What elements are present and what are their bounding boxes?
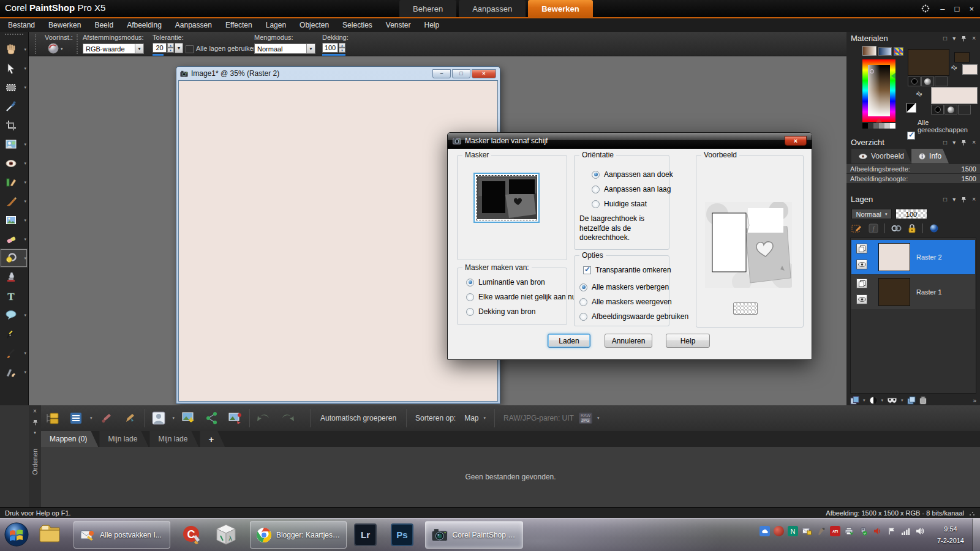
close-icon[interactable]: × [972,139,976,146]
chevron-down-icon[interactable]: ▾ [952,35,956,42]
share-icon[interactable] [203,409,221,427]
close-icon[interactable]: × [785,136,807,146]
preset-dropdown-icon[interactable]: ▾ [61,47,63,51]
pattern-tab[interactable] [894,47,903,56]
workspace-dots-icon[interactable] [921,4,930,13]
visibility-eye-icon[interactable] [856,294,867,304]
palette-grip[interactable] [5,34,23,39]
makeover-tool[interactable]: ▾ [0,173,28,192]
pan-tool[interactable]: ▾ [0,40,28,59]
vector-brush-tool[interactable]: ▾ [0,343,28,362]
menu-afbeelding[interactable]: Afbeelding [120,18,168,32]
crop-tool[interactable] [0,116,28,135]
layer-blend-select[interactable]: Normaal▾ [851,209,892,219]
background-eraser-tool[interactable]: ▾ [0,249,28,268]
edit-pencil-icon[interactable] [97,409,116,427]
swap-colors-icon[interactable]: ⇄ [949,63,959,73]
close-icon[interactable]: × [969,4,974,13]
delete-layer-icon[interactable] [919,396,927,405]
overflow-chevrons[interactable]: » [973,397,976,404]
close-icon[interactable]: × [472,69,496,78]
tab-beheren[interactable]: Beheren [399,0,456,17]
maximize-icon[interactable]: □ [955,4,960,13]
opacity-input[interactable]: 100 [322,43,338,53]
image-window-titlebar[interactable]: Image1* @ 35% (Raster 2) – □ × [176,67,500,80]
menu-beeld[interactable]: Beeld [88,18,120,32]
add-tray-tab[interactable]: + [200,431,225,447]
layer-row-raster2[interactable]: Raster 2 [851,240,975,274]
mini-fg-swatch[interactable] [954,52,970,62]
edit-selection-icon[interactable] [851,223,862,233]
pen-tool[interactable] [0,324,28,343]
notes-app-icon[interactable]: N [788,526,798,536]
cloud-app-icon[interactable] [760,526,770,536]
blue-sphere-icon[interactable] [929,223,939,233]
photoshop-icon[interactable]: Ps [391,523,413,546]
match-mode-select[interactable]: RGB-waarde▾ [83,43,144,54]
effects-icon[interactable]: f [869,223,878,233]
chevron-down-icon[interactable]: ▾ [952,139,956,146]
chevron-down-icon[interactable]: ▾ [597,416,600,421]
color-tab[interactable] [862,46,876,56]
text-tool[interactable]: T [0,287,28,305]
gradient-tab[interactable] [878,47,892,56]
mask-icon[interactable] [887,397,897,403]
bg-gradient-button[interactable] [944,105,957,114]
option-nonzero[interactable]: Elke waarde niet gelijk aan nul [466,293,567,301]
duplicate-layer-icon[interactable] [907,396,916,405]
audio-app-icon[interactable] [872,526,883,536]
tolerance-spinner[interactable]: ▲▼ [167,43,174,53]
people-tag-icon[interactable] [149,409,168,427]
menu-effecten[interactable]: Effecten [219,18,259,32]
mask-thumbnail-frame[interactable] [473,173,540,223]
menu-aanpassen[interactable]: Aanpassen [168,18,219,32]
fg-color-button[interactable] [908,77,921,86]
chevron-down-icon[interactable]: ▾ [306,44,315,53]
help-button[interactable]: Help [666,334,710,348]
flag-icon[interactable] [886,526,897,536]
selection-tool[interactable]: ▾ [0,78,28,97]
slideshow-icon[interactable] [226,409,244,427]
preset-icon[interactable] [47,42,59,54]
edit-brush-icon[interactable] [121,409,139,427]
chevron-down-icon[interactable]: ▾ [175,43,183,53]
raw-jpg-toggle[interactable]: RAW/JPG-paren: UIT [503,414,574,422]
mini-bg-swatch[interactable] [962,64,978,75]
fg-gradient-button[interactable] [921,77,934,86]
menu-bestand[interactable]: Bestand [1,18,42,32]
pin-icon[interactable] [32,419,38,425]
taskbar-mail-button[interactable]: Alle postvakken I... [74,521,170,549]
option-fit-layer[interactable]: Aanpassen aan laag [592,185,669,193]
menu-bewerken[interactable]: Bewerken [42,18,88,32]
background-swatch[interactable] [931,87,978,104]
close-icon[interactable]: × [972,35,976,42]
link-layers-icon[interactable] [891,223,902,233]
close-icon[interactable]: × [972,196,976,203]
tab-voorbeeld[interactable]: Voorbeeld [851,149,911,163]
minimize-icon[interactable]: – [940,4,944,13]
opacity-slider[interactable] [322,54,345,56]
network-icon[interactable] [900,526,911,536]
chevron-down-icon[interactable]: ▾ [90,416,92,421]
maximize-icon[interactable]: □ [943,35,947,42]
tab-info[interactable]: Info [911,149,949,163]
auto-group-button[interactable]: Automatisch groeperen [320,414,396,422]
option-hide-masks[interactable]: Alle maskers verbergen [579,283,669,291]
restore-icon[interactable]: □ [452,69,470,78]
media-app-icon[interactable] [774,526,784,536]
resize-grip[interactable] [969,510,975,516]
eraser-tool[interactable]: ▾ [0,230,28,249]
close-icon[interactable]: × [33,408,37,414]
tab-mappen[interactable]: Mappen (0) [41,431,98,447]
chevron-down-icon[interactable]: ▾ [173,416,175,421]
toolbar-grip[interactable] [35,34,37,54]
tolerance-flyout[interactable]: ▾ [175,43,183,53]
pin-icon[interactable] [961,197,967,203]
ati-icon[interactable]: ATI [830,526,840,536]
tab-mijn-lade-1[interactable]: Mijn lade [99,431,148,447]
menu-lagen[interactable]: Lagen [259,18,293,32]
pin-icon[interactable] [961,36,967,42]
chevron-down-icon[interactable]: ▾ [952,196,956,203]
menu-objecten[interactable]: Objecten [293,18,336,32]
lock-icon[interactable] [908,223,916,233]
